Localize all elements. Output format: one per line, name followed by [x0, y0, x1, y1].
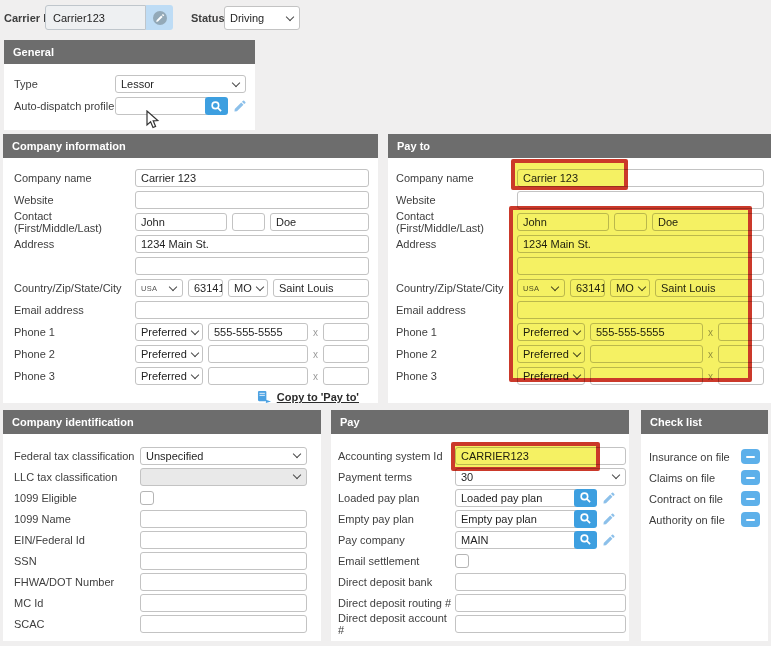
mc-id-input[interactable] [140, 594, 307, 612]
1099-name-input[interactable] [140, 510, 307, 528]
payto-phone3-row: Phone 3 Preferred x [396, 365, 764, 387]
pay-company-edit-button[interactable] [602, 533, 616, 547]
check-list-item: Claims on file [649, 467, 760, 488]
state-dropdown[interactable]: MO [228, 279, 268, 297]
ssn-label: SSN [14, 555, 140, 567]
accounting-id-input[interactable]: CARRIER123 [455, 447, 626, 465]
payto-phone1-number-input[interactable]: 555-555-5555 [590, 323, 703, 341]
status-dropdown[interactable]: Driving [224, 6, 300, 30]
1099-eligible-checkbox[interactable] [140, 491, 154, 505]
payto-contact-first-input[interactable]: John [517, 213, 609, 231]
auto-dispatch-edit-button[interactable] [233, 99, 247, 113]
email-input[interactable] [135, 301, 369, 319]
payment-terms-dropdown[interactable]: 30 [455, 468, 626, 486]
contact-middle-input[interactable] [232, 213, 265, 231]
payto-address-line2-input[interactable] [517, 257, 764, 275]
auto-dispatch-input[interactable] [115, 97, 207, 115]
payto-city-input[interactable]: Saint Louis [655, 279, 764, 297]
authority-on-file-minus-button[interactable] [741, 512, 760, 527]
empty-pay-plan-edit-button[interactable] [602, 512, 616, 526]
loaded-pay-plan-label: Loaded pay plan [338, 492, 455, 504]
search-icon [579, 533, 592, 546]
payto-contact-middle-input[interactable] [614, 213, 647, 231]
ein-label: EIN/Federal Id [14, 534, 140, 546]
minus-icon [746, 456, 755, 458]
contact-first-input[interactable]: John [135, 213, 227, 231]
direct-deposit-routing-input[interactable] [455, 594, 626, 612]
chevron-down-icon [612, 471, 620, 479]
payto-zip-input[interactable]: 63141 [570, 279, 605, 297]
phone1-type-dropdown[interactable]: Preferred [135, 323, 203, 341]
phone3-label: Phone 3 [14, 370, 135, 382]
fhwa-input[interactable] [140, 573, 307, 591]
accounting-id-label: Accounting system Id [338, 450, 455, 462]
payto-phone2-ext-input[interactable] [718, 345, 764, 363]
phone1-number-input[interactable]: 555-555-5555 [208, 323, 308, 341]
website-input[interactable] [135, 191, 369, 209]
contact-last-input[interactable]: Doe [270, 213, 369, 231]
company-name-input[interactable]: Carrier 123 [135, 169, 369, 187]
payto-phone1-type-dropdown[interactable]: Preferred [517, 323, 585, 341]
ein-input[interactable] [140, 531, 307, 549]
payto-address-label: Address [396, 238, 517, 250]
country-dropdown[interactable]: USA [135, 279, 183, 297]
auto-dispatch-search-button[interactable] [205, 97, 228, 115]
phone3-number-input[interactable] [208, 367, 308, 385]
direct-deposit-account-input[interactable] [455, 615, 626, 633]
payto-website-input[interactable] [517, 191, 764, 209]
carrier-id-input[interactable]: Carrier123 [45, 5, 146, 30]
payto-phone2-number-input[interactable] [590, 345, 703, 363]
phone2-ext-input[interactable] [323, 345, 369, 363]
payto-phone1-ext-input[interactable] [718, 323, 764, 341]
zip-input[interactable]: 63141 [188, 279, 223, 297]
address-line1-input[interactable]: 1234 Main St. [135, 235, 369, 253]
payto-phone2-type-dropdown[interactable]: Preferred [517, 345, 585, 363]
federal-tax-dropdown[interactable]: Unspecified [140, 447, 307, 465]
payto-contact-last-input[interactable]: Doe [652, 213, 764, 231]
payto-address-line1-input[interactable]: 1234 Main St. [517, 235, 764, 253]
phone2-type-dropdown[interactable]: Preferred [135, 345, 203, 363]
phone3-type-dropdown[interactable]: Preferred [135, 367, 203, 385]
email-settlement-checkbox[interactable] [455, 554, 469, 568]
payto-phone3-type-dropdown[interactable]: Preferred [517, 367, 585, 385]
loaded-pay-plan-edit-button[interactable] [602, 491, 616, 505]
chevron-down-icon [293, 471, 301, 479]
address-line2-input[interactable] [135, 257, 369, 275]
payto-state-dropdown[interactable]: MO [610, 279, 650, 297]
pay-company-input[interactable]: MAIN [455, 531, 576, 549]
scac-input[interactable] [140, 615, 307, 633]
payto-address-row: Address 1234 Main St. [396, 233, 764, 255]
company-information-header: Company information [3, 134, 378, 158]
type-dropdown[interactable]: Lessor [115, 75, 246, 93]
loaded-pay-plan-row: Loaded pay plan Loaded pay plan [338, 487, 626, 508]
chevron-down-icon [255, 282, 263, 290]
loaded-pay-plan-input[interactable]: Loaded pay plan [455, 489, 576, 507]
phone2-number-input[interactable] [208, 345, 308, 363]
phone1-ext-input[interactable] [323, 323, 369, 341]
email-row: Email address [14, 299, 369, 321]
pay-company-search-button[interactable] [574, 531, 597, 549]
country-label: Country/Zip/State/City [14, 282, 135, 294]
llc-tax-dropdown[interactable] [140, 468, 307, 486]
claims-on-file-minus-button[interactable] [741, 470, 760, 485]
phone3-ext-input[interactable] [323, 367, 369, 385]
empty-pay-plan-input[interactable]: Empty pay plan [455, 510, 576, 528]
copy-to-pay-to-link[interactable]: Copy to 'Pay to' [277, 391, 359, 403]
carrier-id-control: Carrier123 [45, 5, 173, 30]
empty-pay-plan-search-button[interactable] [574, 510, 597, 528]
direct-deposit-bank-input[interactable] [455, 573, 626, 591]
pencil-icon [602, 491, 616, 505]
payto-email-input[interactable] [517, 301, 764, 319]
payto-company-name-input[interactable]: Carrier 123 [517, 169, 764, 187]
insurance-on-file-minus-button[interactable] [741, 449, 760, 464]
auto-dispatch-label: Auto-dispatch profile [14, 100, 115, 112]
payto-phone3-number-input[interactable] [590, 367, 703, 385]
loaded-pay-plan-search-button[interactable] [574, 489, 597, 507]
contract-on-file-minus-button[interactable] [741, 491, 760, 506]
carrier-id-edit-button[interactable] [146, 5, 173, 30]
ssn-input[interactable] [140, 552, 307, 570]
city-input[interactable]: Saint Louis [273, 279, 369, 297]
phone2-type-value: Preferred [141, 348, 187, 360]
payto-country-dropdown[interactable]: USA [517, 279, 565, 297]
payto-phone3-ext-input[interactable] [718, 367, 764, 385]
